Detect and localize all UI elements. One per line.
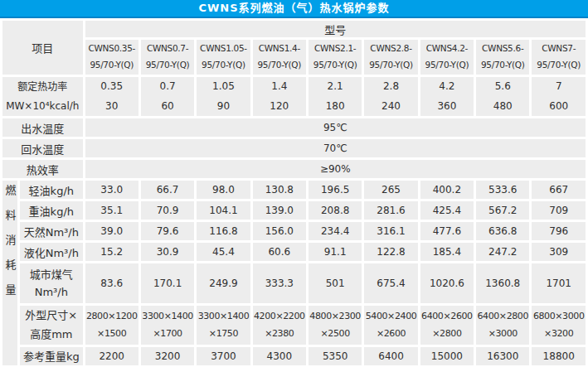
outlet-temp-value: 95℃ <box>85 118 586 137</box>
heavy-oil-row: 重油kg/h 35.1 70.9 104.1 139.0 208.8 281.6… <box>2 201 586 220</box>
fuel-consumption-vertical-text: 燃料消耗量 <box>5 185 16 309</box>
value-cell: 2.8 240 <box>364 77 417 116</box>
value-cell: 265 <box>364 181 417 199</box>
value-cell: 0.35 30 <box>85 77 138 116</box>
value-cell: 2800×1200 ×1500 <box>85 306 138 345</box>
heavy-oil-label: 重油kg/h <box>20 201 82 220</box>
weight-row: 参考重量kg 2200 3200 3700 4300 5350 6400 150… <box>2 347 586 365</box>
value-cell: 4200×2200 ×2380 <box>253 306 306 345</box>
value-cell: 6400×2600 ×2800 <box>420 306 474 345</box>
value-cell: 533.6 <box>476 181 529 199</box>
value-cell: 5350 <box>309 347 362 365</box>
rated-power-row: 额定热功率 MW×10⁴kcal/h 0.35 30 0.7 60 1.05 9… <box>2 77 586 116</box>
value-cell: 309 <box>532 243 586 261</box>
efficiency-label: 热效率 <box>2 160 83 178</box>
outlet-temp-label: 出水温度 <box>2 118 83 137</box>
value-cell: 1701 <box>532 263 586 303</box>
value-cell: 234.4 <box>309 222 362 240</box>
value-cell: 116.8 <box>197 222 250 240</box>
city-gas-row: 城市煤气Nm³/h 83.6 170.1 249.9 333.3 501 675… <box>2 263 586 303</box>
value-cell: 0.7 60 <box>141 77 194 116</box>
value-cell: 5.6 480 <box>476 77 529 116</box>
model-column-header-7: CWNS4.2- 95/70-Y(Q) <box>420 40 474 75</box>
table-title: CWNS系列燃油（气）热水锅炉参数 <box>0 0 588 18</box>
value-cell: 3300×1400 ×1750 <box>197 306 250 345</box>
value-cell: 477.6 <box>420 222 474 240</box>
value-cell: 185.4 <box>420 243 474 261</box>
value-cell: 1360.8 <box>476 263 529 303</box>
value-cell: 139.0 <box>253 201 306 220</box>
value-cell: 130.8 <box>253 181 306 199</box>
value-cell: 79.6 <box>141 222 194 240</box>
value-cell: 104.1 <box>197 201 250 220</box>
model-column-header-4: CWNS1.4- 95/70-Y(Q) <box>253 40 306 75</box>
value-cell: 30.9 <box>141 243 194 261</box>
model-column-header-1: CWNS0.35- 95/70-Y(Q) <box>85 40 138 75</box>
value-cell: 196.5 <box>309 181 362 199</box>
value-cell: 333.3 <box>253 263 306 303</box>
value-cell: 6800×3000 ×3200 <box>532 306 586 345</box>
value-cell: 45.4 <box>197 243 250 261</box>
value-cell: 6400×2800 ×3000 <box>476 306 529 345</box>
model-column-header-6: CWNS2.8- 95/70-Y(Q) <box>364 40 417 75</box>
light-oil-label: 轻油kg/h <box>20 181 82 199</box>
lpg-label: 液化Nm³/h <box>20 243 82 261</box>
value-cell: 5400×2400 ×2600 <box>364 306 417 345</box>
value-cell: 3300×1400 ×1700 <box>141 306 194 345</box>
value-cell: 6400 <box>364 347 417 365</box>
model-group-label: 型号 <box>85 21 586 37</box>
efficiency-row: 热效率 ≥90% <box>2 160 586 178</box>
natural-gas-label: 天然Nm³/h <box>20 222 82 240</box>
dimensions-row: 外型尺寸×高度mm 2800×1200 ×1500 3300×1400 ×170… <box>2 306 586 345</box>
value-cell: 709 <box>532 201 586 220</box>
value-cell: 1020.6 <box>420 263 474 303</box>
value-cell: 2.1 180 <box>309 77 362 116</box>
value-cell: 208.8 <box>309 201 362 220</box>
value-cell: 3700 <box>197 347 250 365</box>
value-cell: 425.4 <box>420 201 474 220</box>
return-temp-value: 70℃ <box>85 139 586 157</box>
model-name-row: CWNS0.35- 95/70-Y(Q) CWNS0.7- 95/70-Y(Q)… <box>2 40 586 75</box>
value-cell: 4800×2300 ×2500 <box>309 306 362 345</box>
value-cell: 35.1 <box>85 201 138 220</box>
value-cell: 18800 <box>532 347 586 365</box>
value-cell: 170.1 <box>141 263 194 303</box>
value-cell: 60.6 <box>253 243 306 261</box>
lpg-row: 液化Nm³/h 15.2 30.9 45.4 60.6 91.1 122.8 1… <box>2 243 586 261</box>
value-cell: 91.1 <box>309 243 362 261</box>
value-cell: 247.2 <box>476 243 529 261</box>
rated-power-label: 额定热功率 MW×10⁴kcal/h <box>2 77 83 116</box>
model-column-header-8: CWNS5.6- 95/70-Y(Q) <box>476 40 529 75</box>
value-cell: 33.0 <box>85 181 138 199</box>
value-cell: 2200 <box>85 347 138 365</box>
weight-label: 参考重量kg <box>20 347 82 365</box>
value-cell: 16300 <box>476 347 529 365</box>
value-cell: 667 <box>532 181 586 199</box>
value-cell: 675.4 <box>364 263 417 303</box>
value-cell: 3200 <box>141 347 194 365</box>
value-cell: 70.9 <box>141 201 194 220</box>
value-cell: 1.05 90 <box>197 77 250 116</box>
value-cell: 501 <box>309 263 362 303</box>
value-cell: 122.8 <box>364 243 417 261</box>
value-cell: 567.2 <box>476 201 529 220</box>
city-gas-label: 城市煤气Nm³/h <box>20 263 82 303</box>
spec-table: 项目 型号 CWNS0.35- 95/70-Y(Q) CWNS0.7- 95/7… <box>0 18 588 367</box>
value-cell: 39.0 <box>85 222 138 240</box>
value-cell: 4300 <box>253 347 306 365</box>
model-column-header-5: CWNS2.1- 95/70-Y(Q) <box>309 40 362 75</box>
fuel-consumption-group-label: 燃料消耗量 <box>2 181 17 365</box>
model-header-row: 项目 型号 <box>2 21 586 37</box>
efficiency-value: ≥90% <box>85 160 586 178</box>
outlet-temp-row: 出水温度 95℃ <box>2 118 586 137</box>
value-cell: 66.7 <box>141 181 194 199</box>
value-cell: 98.0 <box>197 181 250 199</box>
return-temp-label: 回水温度 <box>2 139 83 157</box>
value-cell: 156.0 <box>253 222 306 240</box>
return-temp-row: 回水温度 70℃ <box>2 139 586 157</box>
model-column-header-3: CWNS1.05- 95/70-Y(Q) <box>197 40 250 75</box>
light-oil-row: 燃料消耗量 轻油kg/h 33.0 66.7 98.0 130.8 196.5 … <box>2 181 586 199</box>
corner-item-label: 项目 <box>2 21 83 75</box>
value-cell: 281.6 <box>364 201 417 220</box>
value-cell: 83.6 <box>85 263 138 303</box>
